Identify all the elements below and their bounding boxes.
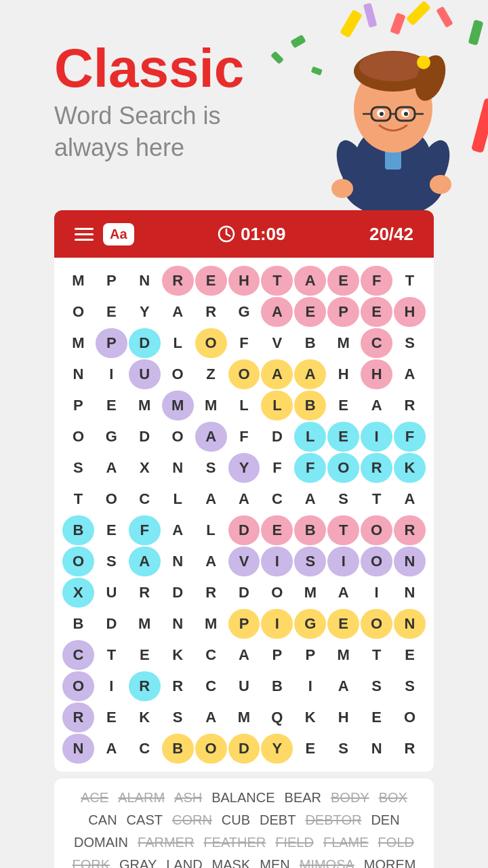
- grid-cell[interactable]: O: [361, 515, 392, 545]
- grid-cell[interactable]: B: [162, 734, 194, 764]
- grid-cell[interactable]: A: [261, 359, 293, 389]
- grid-cell[interactable]: A: [195, 703, 227, 732]
- grid-cell[interactable]: R: [62, 703, 94, 732]
- grid-cell[interactable]: M: [228, 703, 260, 732]
- grid-cell[interactable]: G: [96, 422, 127, 452]
- grid-cell[interactable]: A: [195, 422, 227, 452]
- grid-cell[interactable]: D: [228, 515, 260, 545]
- grid-cell[interactable]: N: [162, 547, 194, 576]
- grid-cell[interactable]: B: [62, 515, 94, 545]
- grid-cell[interactable]: U: [96, 578, 127, 608]
- grid-cell[interactable]: H: [394, 297, 426, 327]
- grid-cell[interactable]: I: [294, 671, 326, 701]
- grid-cell[interactable]: E: [394, 640, 426, 670]
- grid-cell[interactable]: C: [129, 734, 161, 764]
- grid-cell[interactable]: A: [195, 547, 227, 576]
- grid-cell[interactable]: D: [129, 422, 161, 452]
- grid-cell[interactable]: I: [361, 422, 392, 452]
- grid-cell[interactable]: G: [294, 609, 326, 639]
- grid-cell[interactable]: R: [162, 266, 194, 296]
- grid-cell[interactable]: V: [261, 328, 293, 358]
- grid-cell[interactable]: E: [96, 515, 127, 545]
- grid-cell[interactable]: F: [228, 422, 260, 452]
- grid-cell[interactable]: O: [162, 422, 194, 452]
- grid-cell[interactable]: E: [327, 391, 359, 420]
- grid-cell[interactable]: F: [294, 453, 326, 483]
- grid-cell[interactable]: E: [96, 703, 127, 732]
- grid-cell[interactable]: S: [361, 671, 392, 701]
- grid-cell[interactable]: S: [162, 703, 194, 732]
- grid-cell[interactable]: F: [394, 422, 426, 452]
- grid-cell[interactable]: B: [62, 609, 94, 639]
- grid-cell[interactable]: O: [162, 359, 194, 389]
- grid-cell[interactable]: O: [62, 671, 94, 701]
- grid-cell[interactable]: L: [294, 422, 326, 452]
- grid-cell[interactable]: H: [228, 266, 260, 296]
- grid-cell[interactable]: F: [361, 266, 392, 296]
- grid-cell[interactable]: A: [394, 484, 426, 514]
- grid-cell[interactable]: M: [327, 640, 359, 670]
- grid-cell[interactable]: D: [261, 422, 293, 452]
- grid-cell[interactable]: N: [394, 609, 426, 639]
- grid-cell[interactable]: T: [361, 484, 392, 514]
- grid-cell[interactable]: M: [195, 391, 227, 420]
- grid-cell[interactable]: A: [96, 453, 127, 483]
- grid-cell[interactable]: D: [162, 578, 194, 608]
- grid-cell[interactable]: P: [96, 328, 127, 358]
- grid-cell[interactable]: H: [327, 703, 359, 732]
- grid-cell[interactable]: R: [195, 297, 227, 327]
- grid-cell[interactable]: O: [195, 328, 227, 358]
- grid-cell[interactable]: S: [62, 453, 94, 483]
- grid-cell[interactable]: N: [162, 609, 194, 639]
- grid-cell[interactable]: R: [129, 671, 161, 701]
- grid-cell[interactable]: U: [129, 359, 161, 389]
- grid-cell[interactable]: F: [261, 453, 293, 483]
- grid-cell[interactable]: A: [228, 640, 260, 670]
- grid-cell[interactable]: T: [62, 484, 94, 514]
- grid-cell[interactable]: V: [228, 547, 260, 576]
- grid-cell[interactable]: N: [62, 359, 94, 389]
- grid-cell[interactable]: A: [162, 297, 194, 327]
- grid-cell[interactable]: A: [129, 547, 161, 576]
- grid-cell[interactable]: L: [228, 391, 260, 420]
- grid-cell[interactable]: S: [327, 484, 359, 514]
- grid-cell[interactable]: A: [361, 391, 392, 420]
- grid-cell[interactable]: E: [361, 297, 392, 327]
- grid-cell[interactable]: O: [228, 359, 260, 389]
- grid-cell[interactable]: O: [62, 547, 94, 576]
- grid-cell[interactable]: E: [195, 266, 227, 296]
- grid-cell[interactable]: O: [62, 422, 94, 452]
- grid-cell[interactable]: I: [261, 609, 293, 639]
- grid-cell[interactable]: M: [327, 328, 359, 358]
- grid-cell[interactable]: B: [261, 671, 293, 701]
- grid-cell[interactable]: M: [129, 391, 161, 420]
- grid-cell[interactable]: U: [228, 671, 260, 701]
- grid-cell[interactable]: R: [195, 578, 227, 608]
- grid-cell[interactable]: B: [294, 391, 326, 420]
- grid-cell[interactable]: C: [62, 640, 94, 670]
- grid-cell[interactable]: S: [294, 547, 326, 576]
- grid-cell[interactable]: R: [394, 515, 426, 545]
- grid-cell[interactable]: B: [294, 515, 326, 545]
- grid-cell[interactable]: E: [294, 734, 326, 764]
- grid-cell[interactable]: E: [261, 515, 293, 545]
- grid-cell[interactable]: H: [361, 359, 392, 389]
- grid-cell[interactable]: D: [96, 609, 127, 639]
- grid-cell[interactable]: O: [361, 609, 392, 639]
- grid-cell[interactable]: E: [96, 391, 127, 420]
- grid-cell[interactable]: P: [261, 640, 293, 670]
- grid-cell[interactable]: R: [394, 391, 426, 420]
- grid-cell[interactable]: M: [62, 328, 94, 358]
- grid-cell[interactable]: D: [228, 734, 260, 764]
- grid-cell[interactable]: R: [394, 734, 426, 764]
- grid-cell[interactable]: A: [327, 578, 359, 608]
- grid-cell[interactable]: M: [62, 266, 94, 296]
- grid-cell[interactable]: N: [361, 734, 392, 764]
- grid-cell[interactable]: G: [228, 297, 260, 327]
- grid-cell[interactable]: M: [129, 609, 161, 639]
- grid-cell[interactable]: Q: [261, 703, 293, 732]
- grid-cell[interactable]: S: [96, 547, 127, 576]
- grid-cell[interactable]: E: [327, 422, 359, 452]
- grid-cell[interactable]: A: [195, 484, 227, 514]
- grid-cell[interactable]: F: [228, 328, 260, 358]
